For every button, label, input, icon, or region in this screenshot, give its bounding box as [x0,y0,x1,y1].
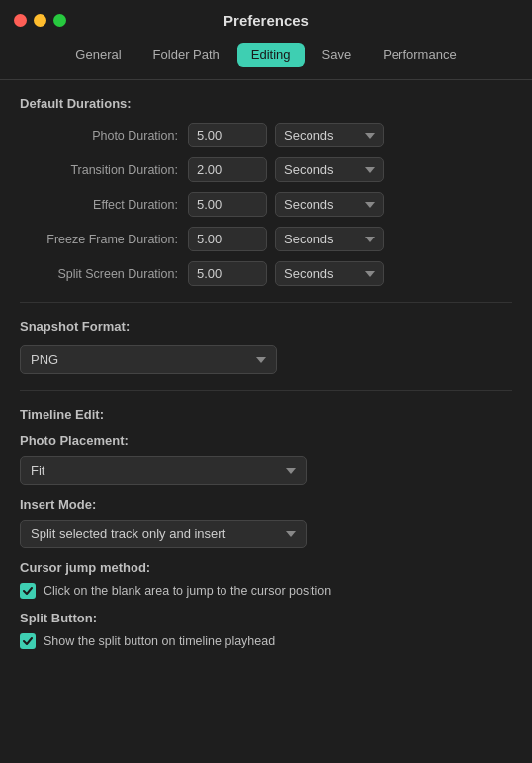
split-button-label: Show the split button on timeline playhe… [44,634,275,648]
snapshot-format-title: Snapshot Format: [20,319,512,334]
timeline-edit-title: Timeline Edit: [20,407,512,422]
photo-placement-select[interactable]: Fit Fill Stretch None [20,456,307,485]
cursor-jump-title: Cursor jump method: [20,560,512,575]
tab-folder-path[interactable]: Folder Path [139,43,233,67]
cursor-jump-row: Click on the blank area to jump to the c… [20,583,512,599]
split-screen-duration-input[interactable] [188,261,267,286]
transition-duration-unit[interactable]: Seconds [275,157,384,182]
freeze-frame-duration-row: Freeze Frame Duration: Seconds [20,227,512,251]
insert-mode-group: Insert Mode: Split selected track only a… [20,497,512,548]
title-bar: Preferences [0,0,532,37]
transition-duration-input[interactable] [188,157,267,182]
tab-editing[interactable]: Editing [237,43,305,67]
window-controls [14,14,66,27]
photo-duration-row: Photo Duration: Seconds [20,123,512,147]
window-title: Preferences [223,12,309,29]
split-button-section: Split Button: Show the split button on t… [20,611,512,649]
effect-duration-row: Effect Duration: Seconds [20,192,512,217]
separator-2 [20,390,512,391]
checkmark-icon [23,586,33,596]
cursor-jump-section: Cursor jump method: Click on the blank a… [20,560,512,599]
split-button-checkbox[interactable] [20,633,36,649]
timeline-edit-section: Timeline Edit: Photo Placement: Fit Fill… [20,407,512,649]
separator-1 [20,302,512,303]
freeze-frame-duration-unit[interactable]: Seconds [275,227,384,251]
split-button-title: Split Button: [20,611,512,625]
insert-mode-select[interactable]: Split selected track only and insert Ins… [20,520,307,548]
freeze-frame-duration-label: Freeze Frame Duration: [20,233,188,246]
photo-duration-unit[interactable]: Seconds [275,123,384,147]
tab-save[interactable]: Save [309,43,366,67]
photo-duration-input[interactable] [188,123,267,147]
effect-duration-unit[interactable]: Seconds [275,192,384,217]
default-durations-section: Default Durations: Photo Duration: Secon… [20,96,512,286]
maximize-button[interactable] [53,14,66,27]
insert-mode-label: Insert Mode: [20,497,512,512]
snapshot-format-section: Snapshot Format: PNG JPEG BMP [20,319,512,374]
photo-placement-group: Photo Placement: Fit Fill Stretch None [20,433,512,485]
checkmark-icon-2 [23,636,33,646]
snapshot-format-select[interactable]: PNG JPEG BMP [20,345,277,374]
transition-duration-row: Transition Duration: Seconds [20,157,512,182]
close-button[interactable] [14,14,27,27]
cursor-jump-label: Click on the blank area to jump to the c… [44,584,331,598]
tab-performance[interactable]: Performance [369,43,470,67]
transition-duration-label: Transition Duration: [20,163,188,177]
split-screen-duration-unit[interactable]: Seconds [275,261,384,286]
effect-duration-input[interactable] [188,192,267,217]
split-screen-duration-label: Split Screen Duration: [20,267,188,281]
photo-duration-label: Photo Duration: [20,129,188,143]
freeze-frame-duration-input[interactable] [188,227,267,251]
photo-placement-label: Photo Placement: [20,433,512,448]
default-durations-title: Default Durations: [20,96,512,111]
split-screen-duration-row: Split Screen Duration: Seconds [20,261,512,286]
split-button-row: Show the split button on timeline playhe… [20,633,512,649]
effect-duration-label: Effect Duration: [20,198,188,212]
minimize-button[interactable] [34,14,46,27]
tab-bar: General Folder Path Editing Save Perform… [0,37,532,80]
tab-general[interactable]: General [61,43,134,67]
content-area: Default Durations: Photo Duration: Secon… [0,80,532,754]
cursor-jump-checkbox[interactable] [20,583,36,599]
